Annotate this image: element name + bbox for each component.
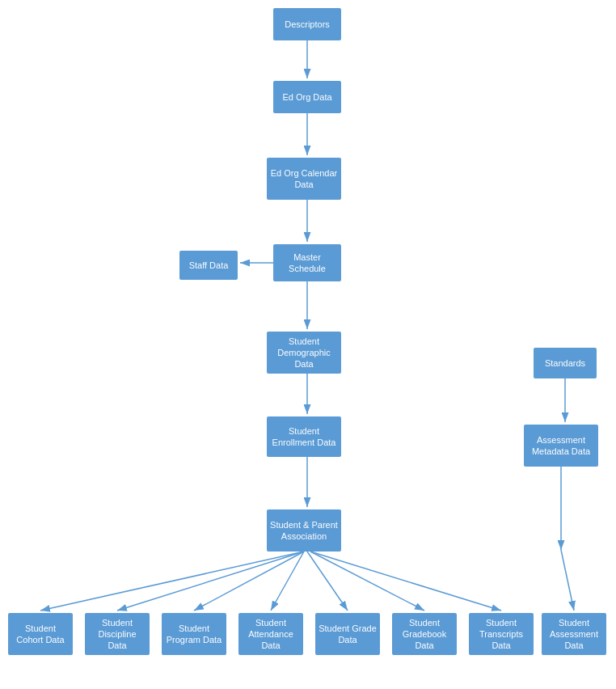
node-staff_data: Staff Data (179, 251, 238, 280)
svg-line-17 (561, 550, 574, 611)
node-student_cohort: Student Cohort Data (8, 613, 73, 655)
svg-line-11 (194, 552, 304, 611)
node-student_gradebook: Student Gradebook Data (392, 613, 457, 655)
node-ed_org_data: Ed Org Data (273, 81, 341, 113)
svg-line-13 (307, 552, 348, 611)
diagram-container: DescriptorsEd Org DataEd Org Calendar Da… (0, 0, 616, 689)
node-assessment_metadata: Assessment Metadata Data (524, 425, 598, 467)
svg-line-12 (271, 552, 304, 611)
node-student_enrollment: Student Enrollment Data (267, 416, 341, 457)
node-descriptors: Descriptors (273, 8, 341, 40)
node-ed_org_calendar: Ed Org Calendar Data (267, 158, 341, 200)
svg-line-14 (310, 552, 424, 611)
node-student_discipline: Student Discipline Data (85, 613, 150, 655)
node-student_parent: Student & Parent Association (267, 509, 341, 552)
node-standards: Standards (534, 348, 597, 378)
node-student_program: Student Program Data (162, 613, 226, 655)
node-student_assessment: Student Assessment Data (542, 613, 606, 655)
node-student_transcripts: Student Transcripts Data (469, 613, 534, 655)
svg-line-10 (117, 552, 304, 611)
svg-line-9 (40, 552, 304, 611)
svg-line-15 (310, 552, 501, 611)
node-student_demographic: Student Demographic Data (267, 332, 341, 374)
node-student_grade: Student Grade Data (315, 613, 380, 655)
node-student_attendance: Student Attendance Data (238, 613, 303, 655)
node-master_schedule: Master Schedule (273, 244, 341, 281)
